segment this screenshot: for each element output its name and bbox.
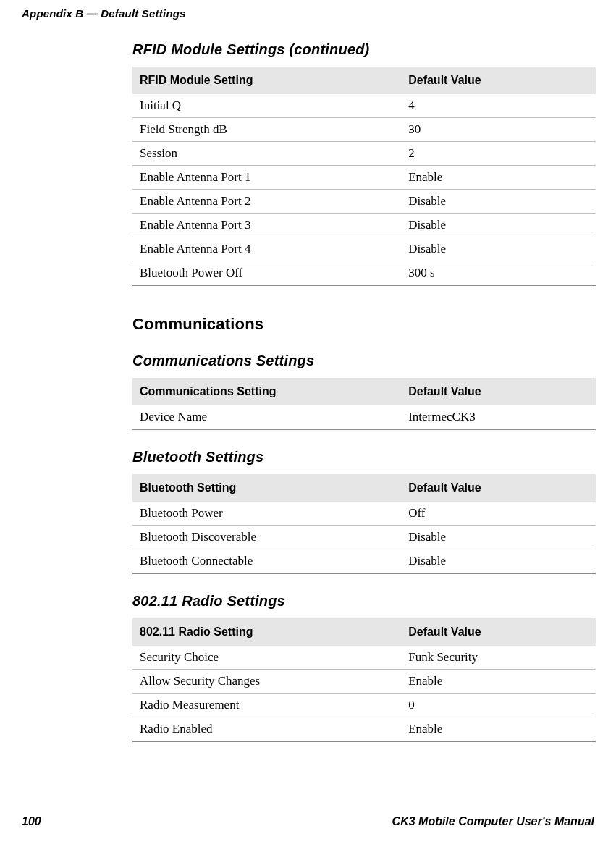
table-row: Field Strength dB30 [132,118,596,142]
value-cell: Disable [401,549,596,574]
setting-cell: Enable Antenna Port 1 [132,166,401,190]
table-row: Allow Security ChangesEnable [132,670,596,694]
setting-cell: Enable Antenna Port 3 [132,214,401,237]
bluetooth-col-setting: Bluetooth Setting [132,474,401,502]
radio-title: 802.11 Radio Settings [132,593,596,610]
page-footer: 100 CK3 Mobile Computer User's Manual [22,815,594,828]
setting-cell: Bluetooth Power Off [132,261,401,286]
value-cell: IntermecCK3 [401,405,596,429]
setting-cell: Field Strength dB [132,118,401,142]
table-row: Enable Antenna Port 2Disable [132,190,596,214]
value-cell: Enable [401,670,596,694]
setting-cell: Radio Measurement [132,694,401,717]
table-row: Bluetooth Power Off300 s [132,261,596,286]
appendix-header: Appendix B — Default Settings [22,7,594,20]
value-cell: Enable [401,166,596,190]
comms-col-setting: Communications Setting [132,378,401,405]
value-cell: 300 s [401,261,596,286]
value-cell: Disable [401,526,596,549]
table-row: Session2 [132,142,596,166]
setting-cell: Enable Antenna Port 4 [132,237,401,261]
setting-cell: Device Name [132,405,401,429]
setting-cell: Enable Antenna Port 2 [132,190,401,214]
value-cell: Enable [401,717,596,742]
table-row: Initial Q4 [132,94,596,118]
setting-cell: Initial Q [132,94,401,118]
radio-col-setting: 802.11 Radio Setting [132,618,401,646]
setting-cell: Bluetooth Discoverable [132,526,401,549]
radio-table: 802.11 Radio Setting Default Value Secur… [132,618,596,742]
value-cell: Disable [401,214,596,237]
setting-cell: Radio Enabled [132,717,401,742]
setting-cell: Security Choice [132,646,401,670]
comms-table: Communications Setting Default Value Dev… [132,378,596,430]
setting-cell: Allow Security Changes [132,670,401,694]
table-row: Enable Antenna Port 4Disable [132,237,596,261]
rfid-title: RFID Module Settings (continued) [132,41,596,58]
communications-heading: Communications [132,315,596,334]
comms-title: Communications Settings [132,353,596,369]
value-cell: Disable [401,190,596,214]
value-cell: Off [401,502,596,526]
table-row: Bluetooth ConnectableDisable [132,549,596,574]
table-row: Bluetooth DiscoverableDisable [132,526,596,549]
manual-title: CK3 Mobile Computer User's Manual [392,815,594,828]
table-row: Enable Antenna Port 1Enable [132,166,596,190]
value-cell: 30 [401,118,596,142]
rfid-col-setting: RFID Module Setting [132,67,401,94]
value-cell: 2 [401,142,596,166]
setting-cell: Bluetooth Power [132,502,401,526]
table-row: Radio EnabledEnable [132,717,596,742]
setting-cell: Bluetooth Connectable [132,549,401,574]
value-cell: 4 [401,94,596,118]
rfid-table: RFID Module Setting Default Value Initia… [132,67,596,286]
table-row: Security ChoiceFunk Security [132,646,596,670]
comms-col-value: Default Value [401,378,596,405]
table-row: Radio Measurement0 [132,694,596,717]
setting-cell: Session [132,142,401,166]
table-row: Bluetooth PowerOff [132,502,596,526]
rfid-col-value: Default Value [401,67,596,94]
value-cell: Disable [401,237,596,261]
value-cell: Funk Security [401,646,596,670]
radio-col-value: Default Value [401,618,596,646]
value-cell: 0 [401,694,596,717]
page-content: RFID Module Settings (continued) RFID Mo… [132,41,596,742]
table-row: Device NameIntermecCK3 [132,405,596,429]
page-number: 100 [22,815,41,828]
bluetooth-col-value: Default Value [401,474,596,502]
bluetooth-table: Bluetooth Setting Default Value Bluetoot… [132,474,596,574]
table-row: Enable Antenna Port 3Disable [132,214,596,237]
bluetooth-title: Bluetooth Settings [132,449,596,465]
